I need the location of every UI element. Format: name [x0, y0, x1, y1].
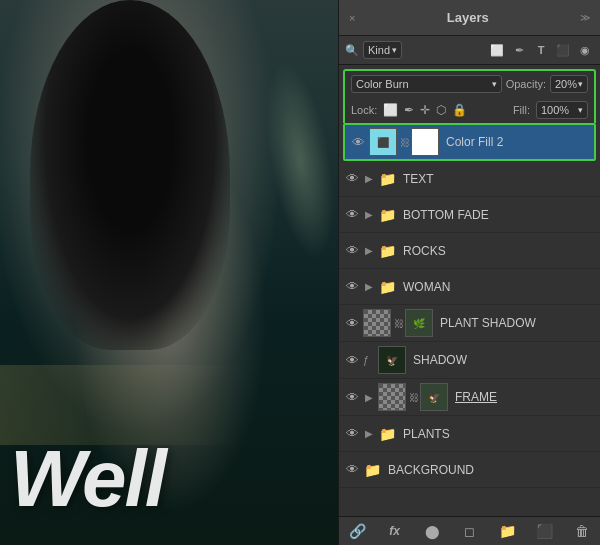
layer-name: PLANTS [399, 427, 595, 441]
photo-text-overlay: Well [10, 433, 165, 525]
layer-thumbnail-2 [411, 128, 439, 156]
layer-thumbnail-1: ⬛ [369, 128, 397, 156]
opacity-input[interactable]: 20% ▾ [550, 75, 588, 93]
hair-silhouette [30, 0, 230, 350]
layer-name: ROCKS [399, 244, 595, 258]
blend-mode-select[interactable]: Color Burn ▾ [351, 75, 502, 93]
layer-chain-icon: ⛓ [394, 318, 402, 329]
layers-panel: × Layers ≫ 🔍 Kind ▾ ⬜ ✒ T ⬛ ◉ Color Burn… [338, 0, 600, 545]
layer-chain-icon: ⛓ [400, 137, 408, 148]
layer-name: SHADOW [409, 353, 595, 367]
layer-thumbnail-1: 🦅 [378, 346, 406, 374]
pixel-filter-icon[interactable]: ⬜ [488, 44, 506, 57]
layer-visibility-eye[interactable]: 👁 [350, 135, 366, 150]
layer-arrow[interactable]: ▶ [363, 245, 375, 256]
delete-layer-icon[interactable]: 🗑 [572, 523, 592, 539]
layer-chain-icon: ⛓ [409, 392, 417, 403]
photo-background: Well [0, 0, 340, 545]
layer-item[interactable]: 👁 ▶ 📁 TEXT [339, 161, 600, 197]
brush-filter-icon[interactable]: ✒ [510, 44, 528, 57]
layer-thumbnail-1 [363, 309, 391, 337]
layer-item[interactable]: 👁 ▶ 📁 BOTTOM FADE [339, 197, 600, 233]
layer-visibility-eye[interactable]: 👁 [344, 279, 360, 294]
layer-folder-icon: 📁 [378, 426, 396, 442]
new-fill-icon[interactable]: ◻ [460, 524, 480, 539]
new-adjustment-icon[interactable]: ⬤ [422, 524, 442, 539]
lock-all-icon[interactable]: 🔒 [452, 103, 467, 117]
layer-visibility-eye[interactable]: 👁 [344, 390, 360, 405]
fx-label[interactable]: fx [385, 524, 405, 538]
shape-filter-icon[interactable]: ⬛ [554, 44, 572, 57]
layer-arrow[interactable]: ▶ [363, 209, 375, 220]
bottom-toolbar: 🔗 fx ⬤ ◻ 📁 ⬛ 🗑 [339, 516, 600, 545]
blend-mode-row: Color Burn ▾ Opacity: 20% ▾ [343, 69, 596, 97]
collapse-icon[interactable]: ≫ [580, 12, 590, 23]
layer-arrow[interactable]: ▶ [363, 173, 375, 184]
layer-visibility-eye[interactable]: 👁 [344, 171, 360, 186]
panel-title: Layers [447, 10, 489, 25]
layer-folder-icon: 📁 [378, 171, 396, 187]
layer-name: TEXT [399, 172, 595, 186]
layer-thumbnail-1 [378, 383, 406, 411]
layer-folder-icon: 📁 [378, 207, 396, 223]
panel-close[interactable]: × [349, 12, 355, 24]
fill-input[interactable]: 100% ▾ [536, 101, 588, 119]
new-group-icon[interactable]: 📁 [497, 523, 517, 539]
layer-visibility-eye[interactable]: 👁 [344, 207, 360, 222]
layer-name: BACKGROUND [384, 463, 595, 477]
layer-name: FRAME [451, 390, 595, 404]
layer-item[interactable]: 👁 ▶ 📁 ROCKS [339, 233, 600, 269]
layer-arrow[interactable]: ▶ [363, 428, 375, 439]
layer-item[interactable]: 👁 ▶ 📁 WOMAN [339, 269, 600, 305]
layer-folder-icon: 📁 [378, 243, 396, 259]
layer-name: BOTTOM FADE [399, 208, 595, 222]
layer-item[interactable]: 👁 ▶ ⛓ 🦅 FRAME [339, 379, 600, 416]
layer-thumbnail-2: 🌿 [405, 309, 433, 337]
link-icon[interactable]: 🔗 [347, 523, 367, 539]
panel-header: × Layers ≫ [339, 0, 600, 36]
layer-item[interactable]: 👁 ƒ 🦅 SHADOW [339, 342, 600, 379]
layer-item[interactable]: 👁 ▶ 📁 PLANTS [339, 416, 600, 452]
new-layer-icon[interactable]: ⬛ [535, 523, 555, 539]
lock-pixels-icon[interactable]: ⬜ [383, 103, 398, 117]
layer-folder-icon: 📁 [378, 279, 396, 295]
layer-arrow[interactable]: ▶ [363, 281, 375, 292]
lock-artboard-icon[interactable]: ⬡ [436, 103, 446, 117]
layer-name: PLANT SHADOW [436, 316, 595, 330]
lock-row: Lock: ⬜ ✒ ✛ ⬡ 🔒 Fill: 100% ▾ [343, 97, 596, 123]
layer-arrow[interactable]: ▶ [363, 392, 375, 403]
layer-thumbnail-2: 🦅 [420, 383, 448, 411]
type-filter-icon[interactable]: T [532, 44, 550, 57]
layer-visibility-eye[interactable]: 👁 [344, 462, 360, 477]
filter-search-icon: 🔍 [345, 44, 359, 57]
layers-list: 👁 ⬛ ⛓ Color Fill 2 👁 ▶ 📁 TEXT 👁 ▶ 📁 BOTT… [339, 123, 600, 516]
layer-visibility-eye[interactable]: 👁 [344, 426, 360, 441]
layer-name: WOMAN [399, 280, 595, 294]
adjustment-filter-icon[interactable]: ◉ [576, 44, 594, 57]
lock-move-icon[interactable]: ✛ [420, 103, 430, 117]
layer-visibility-eye[interactable]: 👁 [344, 353, 360, 368]
layer-visibility-eye[interactable]: 👁 [344, 316, 360, 331]
layer-item[interactable]: 👁 ⛓ 🌿 PLANT SHADOW [339, 305, 600, 342]
layer-item[interactable]: 👁 ⬛ ⛓ Color Fill 2 [343, 123, 596, 161]
kind-filter-select[interactable]: Kind ▾ [363, 41, 402, 59]
lock-brush-icon[interactable]: ✒ [404, 103, 414, 117]
filter-bar: 🔍 Kind ▾ ⬜ ✒ T ⬛ ◉ [339, 36, 600, 65]
layer-name: Color Fill 2 [442, 135, 589, 149]
layer-folder-icon: 📁 [363, 462, 381, 478]
layer-item[interactable]: 👁 📁 BACKGROUND [339, 452, 600, 488]
layer-visibility-eye[interactable]: 👁 [344, 243, 360, 258]
